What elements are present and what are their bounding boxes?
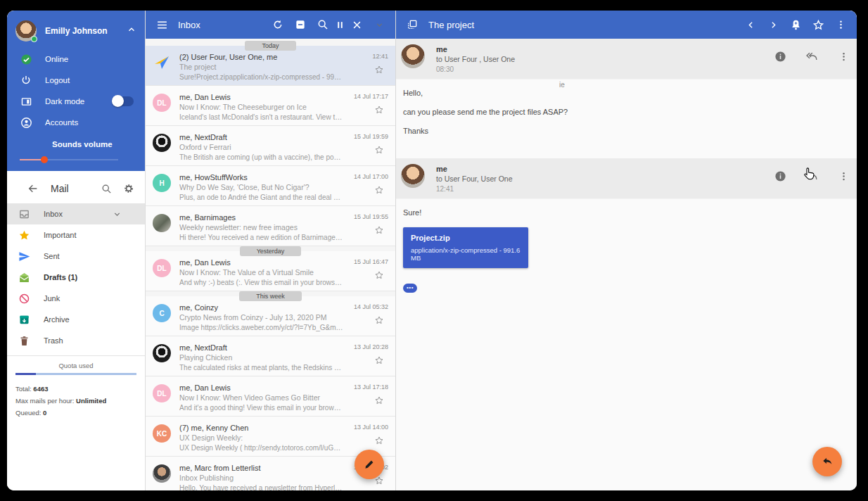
message-row[interactable]: me, Barnimages Weekly newsletter: new fr… — [146, 206, 395, 246]
star-icon[interactable] — [374, 185, 384, 195]
row-subject: Playing Chicken — [179, 353, 343, 363]
message-header[interactable]: me to User Four, User One 12:41 — [396, 158, 857, 199]
mail-nav-title: Mail — [51, 183, 90, 194]
back-arrow-icon[interactable] — [27, 182, 39, 195]
row-time: 15 Jul 19:55 — [354, 213, 388, 221]
message-row[interactable]: C me, Coinzy Crypto News from Coinzy - J… — [146, 296, 395, 336]
row-sender: me, Dan Lewis — [179, 383, 343, 393]
quota-line: Max mails per hour: Unlimited — [15, 397, 136, 405]
search-icon[interactable] — [317, 18, 329, 31]
menu-item-logout[interactable]: Logout — [7, 70, 145, 91]
message-list-panel: Inbox Today (2) User Four, User One, me … — [146, 11, 396, 490]
row-sender: me, Dan Lewis — [179, 92, 343, 102]
notification-icon[interactable] — [789, 18, 802, 31]
row-sender: me, NextDraft — [179, 343, 343, 353]
star-icon[interactable] — [374, 436, 384, 445]
reply-button[interactable] — [812, 447, 842, 476]
list-title: Inbox — [178, 20, 200, 30]
chevron-up-icon[interactable] — [127, 25, 136, 37]
row-sender: me, Barnimages — [179, 213, 343, 222]
star-icon[interactable] — [374, 65, 384, 75]
star-icon[interactable] — [374, 270, 384, 280]
folder-item-junk[interactable]: Junk — [7, 288, 145, 309]
message: me to User Four, User One 12:41 Sure!Pro… — [396, 158, 857, 305]
menu-item-accounts[interactable]: Accounts — [7, 112, 145, 133]
message-row[interactable]: H me, HowStuffWorks Why Do We Say, 'Clos… — [146, 166, 395, 206]
dark-mode-toggle[interactable] — [113, 96, 134, 106]
row-snippet: Hi there! You received a new edition of … — [179, 233, 343, 243]
message-list: Today (2) User Four, User One, me The pr… — [146, 39, 395, 490]
volume-slider[interactable] — [20, 156, 118, 164]
row-subject: Crypto News from Coinzy - July 13, 2020 … — [179, 312, 343, 323]
info-icon[interactable] — [774, 50, 786, 63]
list-toolbar: Inbox — [146, 11, 395, 39]
gear-icon[interactable] — [122, 182, 135, 195]
window-icon[interactable] — [406, 18, 419, 31]
close-icon[interactable] — [350, 18, 363, 31]
folder-item-sent[interactable]: Sent — [7, 246, 145, 267]
sounds-volume-label: Sounds volume — [52, 140, 145, 148]
message-row[interactable]: DL me, Dan Lewis Now I Know: The Cheeseb… — [146, 86, 395, 126]
message-text-line: Thanks — [403, 127, 850, 135]
user-row[interactable]: Emilly Johnson — [7, 16, 145, 49]
compose-button[interactable] — [355, 450, 384, 479]
message-row[interactable]: DL me, Dan Lewis Now I Know: When Video … — [146, 376, 395, 417]
sender-avatar — [153, 134, 171, 152]
row-sender: me, NextDraft — [179, 132, 343, 142]
more-vert-icon[interactable] — [837, 50, 850, 63]
star-icon[interactable] — [374, 395, 384, 405]
quota-title: Quota used — [15, 362, 136, 369]
user-avatar[interactable] — [15, 20, 37, 42]
refresh-icon[interactable] — [272, 18, 284, 31]
message-row[interactable]: me, NextDraft Oxford v Ferrari The Briti… — [146, 126, 395, 166]
chevron-left-icon[interactable] — [744, 18, 757, 31]
sent-icon — [18, 250, 30, 262]
user-menu: OnlineLogoutDark modeAccounts — [7, 49, 145, 133]
chevron-right-icon[interactable] — [767, 18, 779, 31]
menu-item-dark-mode[interactable]: Dark mode — [7, 91, 145, 112]
stray-text: ie — [559, 81, 565, 89]
star-icon[interactable] — [374, 145, 384, 155]
row-snippet: The British are coming (up with a vaccin… — [179, 153, 343, 163]
mail-nav-header: Mail — [7, 174, 145, 203]
folder-item-inbox[interactable]: Inbox — [7, 203, 145, 224]
message-avatar — [401, 44, 425, 68]
star-icon[interactable] — [812, 18, 824, 31]
folder-item-archive[interactable]: Archive — [7, 309, 145, 330]
search-icon[interactable] — [100, 182, 113, 195]
folder-item-important[interactable]: Important — [7, 224, 145, 246]
conversation-title: The project — [428, 20, 474, 30]
show-more-button[interactable]: ••• — [403, 284, 417, 293]
message-row[interactable]: KC (7) me, Kenny Chen UX Design Weekly: … — [146, 417, 395, 457]
folder-item-drafts[interactable]: Drafts (1) — [7, 267, 145, 288]
row-time: 13 Jul 14:00 — [354, 423, 388, 431]
sender-avatar: DL — [153, 384, 171, 402]
sender-avatar: H — [153, 174, 171, 192]
star-icon[interactable] — [374, 315, 384, 325]
message-row[interactable]: DL me, Dan Lewis Now I Know: The Value o… — [146, 251, 395, 291]
hamburger-icon[interactable] — [155, 18, 168, 31]
sender-avatar — [153, 464, 171, 483]
row-snippet: UX Design Weekly ( http://sendy.totoros.… — [179, 443, 343, 453]
inbox-icon — [18, 208, 30, 220]
message-row[interactable]: (2) User Four, User One, me The project … — [146, 46, 395, 86]
reply-all-icon[interactable] — [805, 50, 818, 63]
star-icon[interactable] — [374, 355, 384, 365]
message-row[interactable]: me, NextDraft Playing Chicken The calcul… — [146, 336, 395, 376]
chevron-down-icon[interactable] — [111, 208, 123, 220]
pause-icon[interactable] — [333, 18, 346, 31]
sender-avatar: DL — [153, 259, 171, 277]
menu-item-online[interactable]: Online — [7, 49, 145, 70]
chevron-down-icon[interactable] — [373, 18, 385, 31]
star-icon[interactable] — [374, 225, 384, 235]
message: me to User Four , User One 08:30 Hello,c… — [396, 39, 857, 158]
more-vert-icon[interactable] — [837, 170, 850, 182]
attachment-card[interactable]: Project.zipapplication/x-zip-compressed … — [403, 227, 528, 268]
star-icon[interactable] — [374, 105, 384, 115]
info-icon[interactable] — [774, 170, 786, 182]
select-all-icon[interactable] — [294, 18, 307, 31]
message-header[interactable]: me to User Four , User One 08:30 — [396, 39, 857, 80]
slider-knob[interactable] — [41, 156, 48, 163]
more-vert-icon[interactable] — [834, 18, 847, 31]
folder-item-trash[interactable]: Trash — [7, 330, 145, 351]
